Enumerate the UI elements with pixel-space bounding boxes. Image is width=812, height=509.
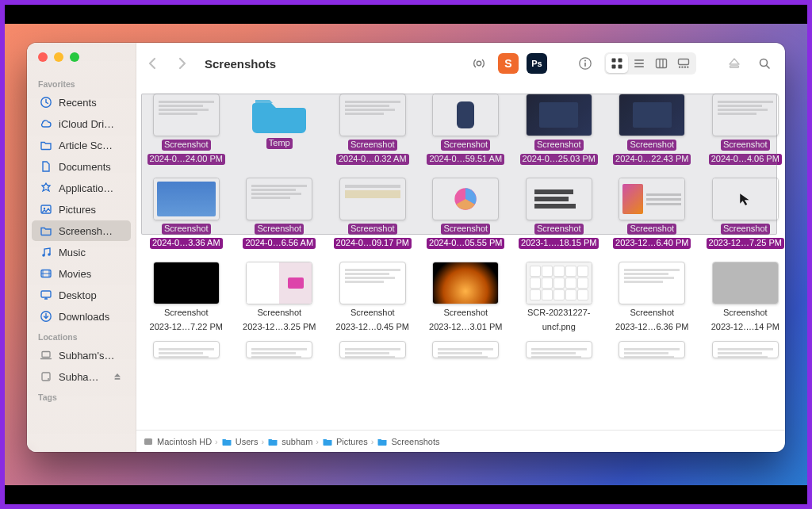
svg-rect-29	[684, 67, 686, 68]
file-label: Screenshot2023-1….18.15 PM	[519, 224, 599, 252]
file-item[interactable]: Screenshot2024-0…6.56 AM	[235, 178, 325, 252]
path-separator: ›	[316, 437, 319, 446]
sidebar-item[interactable]: Music	[32, 242, 131, 262]
doc-icon	[40, 160, 52, 173]
app-badge-1[interactable]: S	[498, 53, 519, 74]
file-item[interactable]: Screenshot2023-12…6.36 PM	[607, 262, 698, 336]
sidebar-item[interactable]: iCloud Dri…	[32, 113, 131, 134]
file-item[interactable]: Screenshot2024-0…4.06 PM	[700, 94, 785, 168]
path-label: subham	[282, 437, 312, 446]
sidebar-item[interactable]: Applicatio…	[32, 178, 131, 198]
svg-rect-26	[679, 59, 689, 65]
thumbnail	[153, 178, 220, 220]
file-item[interactable]	[235, 341, 325, 362]
file-item[interactable]: SCR-20231227-uncf.png	[514, 262, 604, 336]
path-separator: ›	[371, 437, 374, 446]
file-item[interactable]	[700, 341, 785, 362]
file-item[interactable]: Screenshot2023-1….18.15 PM	[514, 178, 604, 252]
sidebar-item[interactable]: Article Sc…	[32, 135, 131, 155]
sidebar-item[interactable]: Desktop	[32, 285, 131, 305]
window-title: Screenshots	[205, 57, 276, 71]
file-item[interactable]: Screenshot2023-12…0.45 PM	[327, 262, 418, 336]
thumbnail	[526, 178, 592, 220]
sidebar-item-label: Documents	[59, 161, 123, 173]
fullscreen-button[interactable]	[70, 52, 79, 62]
gallery-view-button[interactable]	[672, 54, 695, 73]
sidebar-item[interactable]: Screensh…	[32, 220, 131, 241]
sidebar-item-label: Music	[59, 247, 123, 258]
minimize-button[interactable]	[54, 52, 63, 62]
sidebar-item[interactable]: Recents	[32, 92, 131, 113]
info-button[interactable]	[574, 54, 596, 73]
cloud-icon	[40, 117, 52, 130]
sidebar-section-label: Tags	[27, 388, 136, 405]
svg-rect-23	[657, 59, 667, 68]
file-item[interactable]: Screenshot2024-0…3.36 AM	[141, 178, 232, 252]
path-segment[interactable]: Users	[221, 436, 259, 447]
eject-button[interactable]	[723, 54, 745, 73]
sidebar-item[interactable]: Subham's…	[32, 345, 131, 365]
file-item[interactable]	[141, 341, 232, 362]
file-item[interactable]: Screenshot2024-0…09.17 PM	[327, 178, 418, 252]
sidebar-item[interactable]: Pictures	[32, 199, 131, 220]
sidebar-item[interactable]: Movies	[32, 263, 131, 284]
file-label: Screenshot2023-12…7.22 PM	[147, 308, 225, 336]
column-view-button[interactable]	[650, 54, 672, 73]
svg-rect-31	[730, 66, 739, 67]
back-button[interactable]	[141, 54, 163, 73]
thumbnail	[526, 94, 592, 136]
sidebar-item[interactable]: Documents	[32, 156, 131, 177]
file-item[interactable]: Screenshot2024-0…0.32 AM	[327, 94, 418, 168]
file-item[interactable]: Screenshot2023-12…6.40 PM	[607, 178, 698, 252]
file-grid-area[interactable]: Screenshot2024-0…24.00 PMTempScreenshot2…	[136, 84, 785, 430]
path-segment[interactable]: subham	[267, 436, 312, 447]
file-item[interactable]: Screenshot2023-12….14 PM	[700, 262, 785, 336]
thumbnail	[619, 178, 685, 220]
file-label: Screenshot2024-0…09.17 PM	[334, 224, 412, 252]
file-item[interactable]: Screenshot2023-12…7.25 PM	[700, 178, 785, 252]
svg-rect-28	[681, 67, 683, 68]
app-badge-2[interactable]: Ps	[527, 53, 547, 74]
folder-item[interactable]: Temp	[235, 94, 325, 168]
file-item[interactable]: Screenshot2024-0…24.00 PM	[141, 94, 232, 168]
path-separator: ›	[261, 437, 264, 446]
svg-rect-21	[634, 63, 644, 64]
path-segment[interactable]: Pictures	[322, 436, 368, 447]
file-item[interactable]	[607, 341, 698, 362]
file-label: SCR-20231227-uncf.png	[525, 308, 593, 336]
file-item[interactable]: Screenshot2024-0…59.51 AM	[421, 94, 511, 168]
file-item[interactable]	[327, 341, 418, 362]
close-button[interactable]	[38, 52, 48, 62]
path-segment[interactable]: Macintosh HD	[143, 436, 212, 447]
file-item[interactable]: Screenshot2024-0…05.55 PM	[421, 178, 511, 252]
eject-icon[interactable]	[113, 373, 123, 381]
file-item[interactable]: Screenshot2023-12…3.01 PM	[421, 262, 511, 336]
file-label: Screenshot2023-12…7.25 PM	[707, 224, 784, 252]
folder-icon	[377, 436, 388, 447]
svg-rect-35	[144, 438, 152, 445]
list-view-button[interactable]	[628, 54, 650, 73]
search-button[interactable]	[753, 54, 776, 73]
file-label: Screenshot2023-12…3.25 PM	[240, 308, 318, 336]
airdrop-icon[interactable]	[468, 54, 490, 73]
file-item[interactable]: Screenshot2023-12…3.25 PM	[235, 262, 325, 336]
thumbnail	[153, 341, 220, 358]
sidebar-item[interactable]: Subha…	[32, 366, 131, 387]
forward-button[interactable]	[171, 54, 193, 73]
thumbnail	[432, 341, 499, 358]
file-item[interactable]: Screenshot2024-0…22.43 PM	[607, 94, 698, 168]
thumbnail	[432, 262, 499, 304]
file-item[interactable]	[514, 341, 604, 362]
icon-view-button[interactable]	[606, 54, 628, 73]
movie-icon	[40, 267, 52, 280]
thumbnail	[251, 94, 308, 135]
file-item[interactable]	[421, 341, 511, 362]
file-label: Screenshot2023-12…6.36 PM	[613, 308, 691, 336]
path-label: Screenshots	[391, 437, 439, 446]
svg-rect-16	[612, 59, 616, 63]
sidebar-item[interactable]: Downloads	[32, 306, 131, 327]
path-segment[interactable]: Screenshots	[377, 436, 439, 447]
file-item[interactable]: Screenshot2023-12…7.22 PM	[141, 262, 232, 336]
file-item[interactable]: Screenshot2024-0…25.03 PM	[514, 94, 604, 168]
thumbnail	[526, 262, 592, 304]
